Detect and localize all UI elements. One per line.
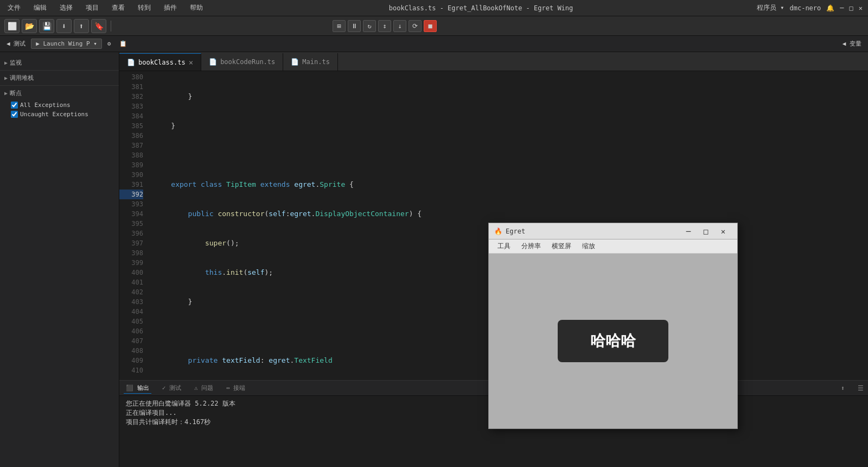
tab-main[interactable]: 📄 Main.ts [283, 53, 338, 71]
win-minimize[interactable]: ─ [840, 4, 844, 12]
line-380: 380 [119, 72, 143, 82]
menu-view[interactable]: 查看 [110, 2, 127, 14]
sidebar-breakpoints[interactable]: ▶ 断点 [0, 87, 119, 99]
toolbar-separator [111, 21, 111, 31]
egret-title: Egret [506, 228, 525, 235]
debug-step-over-button[interactable]: ↕ [378, 20, 391, 32]
debug-refresh-button[interactable]: ↻ [363, 20, 376, 32]
all-exceptions-checkbox[interactable]: All Exceptions [11, 102, 108, 109]
debug-pause-button[interactable]: ⏸ [348, 20, 361, 32]
line-397: 397 [119, 238, 143, 248]
debug-step-into-button[interactable]: ↓ [393, 20, 406, 32]
menu-project[interactable]: 项目 [84, 2, 101, 14]
line-392: 392 [119, 190, 143, 199]
titlebar: 文件 编辑 选择 项目 查看 转到 插件 帮助 bookClass.ts - E… [0, 0, 868, 16]
line-405: 405 [119, 317, 143, 326]
menu-help[interactable]: 帮助 [188, 2, 205, 14]
debug-grid-button[interactable]: ⊞ [333, 20, 346, 32]
code-line-381: } [154, 121, 868, 131]
menu-file[interactable]: 文件 [5, 2, 23, 14]
secondary-toolbar: ◀ 测试 ▶ Launch Wing P ▾ ⚙ 📋 ◀ 变量 [0, 36, 868, 52]
menu-select[interactable]: 选择 [58, 2, 75, 14]
open-file-button[interactable]: 📂 [22, 19, 37, 33]
launch-button[interactable]: ▶ Launch Wing P ▾ [31, 39, 102, 49]
line-384: 384 [119, 111, 143, 121]
tab-bookclass[interactable]: 📄 bookClass.ts × [119, 53, 201, 71]
tab-label-main: Main.ts [302, 58, 330, 66]
egret-window-buttons: ─ □ ✕ [680, 224, 732, 239]
egret-menu-orientation[interactable]: 横竖屏 [547, 241, 576, 252]
line-386: 386 [119, 131, 143, 141]
bottom-collapse[interactable]: ☰ [858, 384, 864, 392]
tab-label-bookcoderun: bookCodeRun.ts [220, 58, 275, 66]
win-maximize[interactable]: □ [850, 4, 853, 12]
notification-icon[interactable]: 🔔 [826, 4, 834, 12]
line-395: 395 [119, 219, 143, 229]
egret-minimize[interactable]: ─ [680, 224, 697, 239]
egret-game-button[interactable]: 哈哈哈 [558, 320, 668, 362]
debug-stop-button[interactable]: ■ [424, 20, 437, 32]
egret-title-left: 🔥 Egret [494, 228, 525, 235]
bookmark-button[interactable]: 🔖 [91, 19, 106, 33]
tab-icon-bookclass: 📄 [127, 59, 135, 66]
egret-popup-window: 🔥 Egret ─ □ ✕ 工具 分辨率 横竖屏 缩放 哈哈哈 [488, 223, 738, 429]
btab-terminal[interactable]: ↔ 接端 [224, 383, 247, 393]
upload-button[interactable]: ⬆ [74, 19, 89, 33]
tab-bookcoderun[interactable]: 📄 bookCodeRun.ts [201, 53, 283, 71]
gear-button[interactable]: ⚙ [104, 39, 114, 48]
uncaught-exceptions-label: Uncaught Exceptions [20, 111, 88, 118]
tab-icon-bookcoderun: 📄 [209, 58, 217, 66]
test-label: ◀ 测试 [3, 39, 29, 49]
menu-edit[interactable]: 编辑 [31, 2, 49, 14]
user-name: dmc-nero [789, 4, 821, 12]
download-button[interactable]: ⬇ [56, 19, 72, 33]
tab-close-bookclass[interactable]: × [189, 58, 193, 67]
line-408: 408 [119, 346, 143, 356]
callstack-label: 调用堆栈 [10, 74, 34, 82]
egret-menu-tools[interactable]: 工具 [493, 241, 515, 252]
line-407: 407 [119, 336, 143, 346]
line-391: 391 [119, 180, 143, 190]
egret-icon: 🔥 [494, 228, 502, 235]
egret-maximize[interactable]: □ [697, 224, 714, 239]
divider1 [0, 70, 119, 71]
line-382: 382 [119, 92, 143, 102]
window-title: bookClass.ts - Egret_AllBookOfNote - Egr… [389, 4, 573, 12]
egret-close[interactable]: ✕ [714, 224, 732, 239]
menu-goto[interactable]: 转到 [136, 2, 153, 14]
egret-titlebar: 🔥 Egret ─ □ ✕ [489, 223, 737, 239]
new-file-button[interactable]: ⬜ [4, 19, 20, 33]
menu-plugin[interactable]: 插件 [162, 2, 179, 14]
code-line-383: export class TipItem extends egret.Sprit… [154, 180, 868, 190]
line-385: 385 [119, 121, 143, 131]
sidebar-watch[interactable]: ▶ 监视 [0, 56, 119, 69]
egret-menu-resolution[interactable]: 分辨率 [517, 241, 545, 252]
egret-menubar: 工具 分辨率 横竖屏 缩放 [489, 239, 737, 254]
watch-label: 监视 [10, 59, 22, 67]
btab-output[interactable]: ⬛ 输出 [124, 383, 151, 394]
line-406: 406 [119, 326, 143, 336]
save-all-button[interactable]: 💾 [39, 19, 54, 33]
line-401: 401 [119, 277, 143, 287]
code-line-380: } [154, 92, 868, 102]
uncaught-exceptions-checkbox[interactable]: Uncaught Exceptions [11, 111, 108, 118]
btab-problems[interactable]: ⚠ 问题 [192, 383, 215, 393]
line-400: 400 [119, 268, 143, 277]
line-402: 402 [119, 287, 143, 297]
line-399: 399 [119, 258, 143, 268]
line-398: 398 [119, 248, 143, 258]
line-396: 396 [119, 229, 143, 238]
settings-icon[interactable]: 📋 [116, 39, 130, 48]
code-line-382 [154, 150, 868, 160]
debug-reload-button[interactable]: ⟳ [409, 20, 422, 32]
bottom-expand[interactable]: ⬆ [841, 384, 845, 392]
win-close[interactable]: ✕ [859, 4, 863, 12]
line-409: 409 [119, 356, 143, 365]
btab-test[interactable]: ✓ 测试 [160, 383, 183, 393]
code-line-384: public constructor(self:egret.DisplayObj… [154, 209, 868, 219]
all-exceptions-label: All Exceptions [20, 102, 71, 109]
divider2 [0, 85, 119, 86]
egret-menu-zoom[interactable]: 缩放 [578, 241, 599, 252]
sidebar-callstack[interactable]: ▶ 调用堆栈 [0, 72, 119, 84]
line-390: 390 [119, 170, 143, 180]
